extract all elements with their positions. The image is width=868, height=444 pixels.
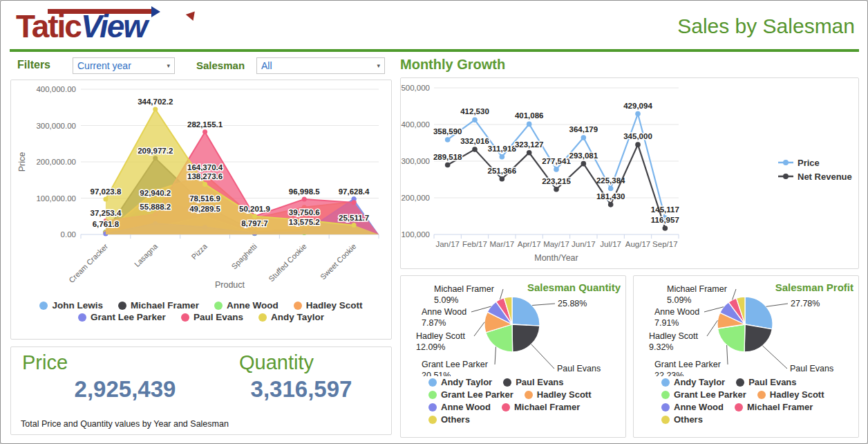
svg-text:429,094: 429,094 [623, 102, 652, 110]
legend-dot-icon [294, 302, 302, 310]
svg-text:22.23%: 22.23% [654, 371, 683, 376]
legend-item-grant-lee-parker[interactable]: Grant Lee Parker [661, 389, 746, 400]
svg-text:5.09%: 5.09% [434, 295, 458, 305]
legend-dot-icon [181, 313, 189, 322]
salesman-quantity-panel: Salesman Quantity25.88%Paul Evans23.86%G… [400, 275, 626, 438]
svg-text:138,273.6: 138,273.6 [187, 172, 223, 181]
svg-text:Feb/17: Feb/17 [462, 240, 487, 248]
svg-text:293,081: 293,081 [569, 151, 598, 160]
svg-text:181,430: 181,430 [596, 192, 625, 201]
salesman-quantity-legend: Andy TaylorPaul EvansGrant Lee ParkerHad… [428, 377, 619, 425]
svg-text:Michael Framer: Michael Framer [667, 284, 727, 294]
svg-text:200,000.00: 200,000.00 [36, 158, 76, 166]
svg-text:209,977.2: 209,977.2 [138, 147, 173, 155]
logo-arrow-icon [151, 6, 160, 17]
legend-dot-icon [428, 403, 437, 411]
legend-item-paul-evans[interactable]: Paul Evans [503, 377, 563, 387]
svg-text:358,590: 358,590 [433, 127, 462, 136]
legend-item-john-lewis[interactable]: John Lewis [39, 300, 103, 311]
svg-text:300,000.00: 300,000.00 [36, 122, 76, 130]
legend-dot-icon [428, 416, 437, 424]
legend-item-grant-lee-parker[interactable]: Grant Lee Parker [428, 389, 513, 400]
legend-dot-icon [258, 313, 267, 322]
legend-dot-icon [428, 378, 437, 387]
svg-text:Jul/17: Jul/17 [600, 240, 621, 248]
svg-text:100,000.00: 100,000.00 [36, 194, 76, 203]
svg-text:289,518: 289,518 [433, 153, 462, 161]
svg-text:Price: Price [798, 158, 820, 168]
svg-text:400,000.00: 400,000.00 [36, 85, 76, 93]
svg-text:Paul Evans: Paul Evans [790, 364, 833, 373]
legend-item-hadley-scott[interactable]: Hadley Scott [294, 300, 363, 311]
legend-item-anne-wood[interactable]: Anne Wood [214, 300, 279, 311]
legend-dot-icon [118, 302, 126, 310]
svg-text:13,575.2: 13,575.2 [289, 218, 320, 226]
svg-text:Net Revenue: Net Revenue [798, 172, 852, 182]
sales-by-product-chart-panel: 400,000.00300,000.00200,000.00100,000.00… [10, 80, 392, 340]
legend-dot-icon [757, 391, 766, 399]
svg-text:Grant Lee Parker: Grant Lee Parker [422, 360, 488, 369]
salesman-profit-panel: Salesman Profit27.78%Paul Evans22.59%Gra… [633, 275, 859, 438]
legend-item-andy-taylor[interactable]: Andy Taylor [258, 312, 324, 322]
legend-item-hadley-scott[interactable]: Hadley Scott [525, 389, 592, 400]
legend-item-michael-framer[interactable]: Michael Framer [735, 402, 813, 412]
salesman-filter-dropdown[interactable]: All ▾ [256, 57, 385, 74]
svg-text:Michael Framer: Michael Framer [434, 284, 494, 294]
legend-item-michael-framer[interactable]: Michael Framer [502, 402, 580, 412]
legend-item-paul-evans[interactable]: Paul Evans [736, 377, 796, 387]
svg-text:55,888.2: 55,888.2 [140, 203, 171, 211]
svg-text:50,201.9: 50,201.9 [239, 205, 270, 213]
legend-dot-icon [503, 378, 511, 387]
svg-text:323,127: 323,127 [515, 140, 544, 149]
dashboard-page: TaticView Sales by Salesman Filters Curr… [0, 0, 868, 444]
salesman-profit-pie-chart: Salesman Profit27.78%Paul Evans22.59%Gra… [634, 276, 858, 376]
svg-text:Cream Cracker: Cream Cracker [67, 242, 109, 284]
svg-text:Jun/17: Jun/17 [572, 240, 596, 248]
legend-item-anne-wood[interactable]: Anne Wood [661, 402, 724, 412]
svg-text:Spaghetti: Spaghetti [229, 242, 258, 270]
legend-item-paul-evans[interactable]: Paul Evans [181, 312, 243, 322]
legend-dot-icon [661, 378, 670, 387]
period-filter-dropdown[interactable]: Current year ▾ [73, 57, 175, 74]
legend-dot-icon [214, 302, 223, 310]
svg-text:Price: Price [17, 152, 27, 172]
legend-item-michael-framer[interactable]: Michael Framer [118, 300, 199, 311]
quantity-total-value: 3,316,597 [211, 376, 391, 403]
svg-text:49,289.5: 49,289.5 [189, 205, 220, 213]
svg-text:412,530: 412,530 [460, 107, 489, 115]
legend-item-hadley-scott[interactable]: Hadley Scott [757, 389, 824, 400]
legend-item-others[interactable]: Others [428, 414, 470, 425]
svg-text:344,702.2: 344,702.2 [138, 98, 173, 106]
svg-text:39,750.6: 39,750.6 [289, 208, 320, 216]
svg-text:345,000: 345,000 [623, 132, 652, 140]
svg-text:9.32%: 9.32% [649, 342, 673, 352]
svg-text:Lasagna: Lasagna [133, 241, 160, 268]
chevron-down-icon: ▾ [377, 62, 380, 69]
salesman-profit-legend: Andy TaylorPaul EvansGrant Lee ParkerHad… [661, 377, 852, 425]
svg-text:100,000: 100,000 [401, 230, 430, 239]
logo-bar-decoration [48, 9, 151, 14]
svg-text:Pizza: Pizza [189, 241, 209, 261]
legend-dot-icon [428, 391, 437, 399]
salesman-filter-value: All [261, 60, 272, 71]
legend-item-grant-lee-parker[interactable]: Grant Lee Parker [78, 312, 166, 322]
svg-text:251,366: 251,366 [488, 167, 517, 175]
taticview-logo: TaticView [16, 8, 196, 48]
svg-text:Product: Product [215, 280, 245, 290]
legend-dot-icon [735, 403, 743, 411]
legend-item-others[interactable]: Others [661, 414, 703, 425]
legend-dot-icon [78, 313, 86, 322]
legend-item-andy-taylor[interactable]: Andy Taylor [428, 377, 492, 387]
svg-text:7.87%: 7.87% [422, 318, 446, 328]
header-divider [10, 49, 859, 52]
svg-text:Anne Wood: Anne Wood [422, 307, 466, 317]
legend-item-anne-wood[interactable]: Anne Wood [428, 402, 491, 412]
svg-text:May/17: May/17 [543, 240, 569, 248]
price-total-label: Price [22, 351, 68, 374]
svg-text:5.09%: 5.09% [667, 295, 691, 305]
chevron-down-icon: ▾ [167, 62, 170, 69]
legend-item-andy-taylor[interactable]: Andy Taylor [661, 377, 725, 387]
legend-dot-icon [502, 403, 510, 411]
svg-text:200,000: 200,000 [401, 194, 430, 202]
totals-card: Price Quantity 2,925,439 3,316,597 Total… [10, 346, 392, 435]
